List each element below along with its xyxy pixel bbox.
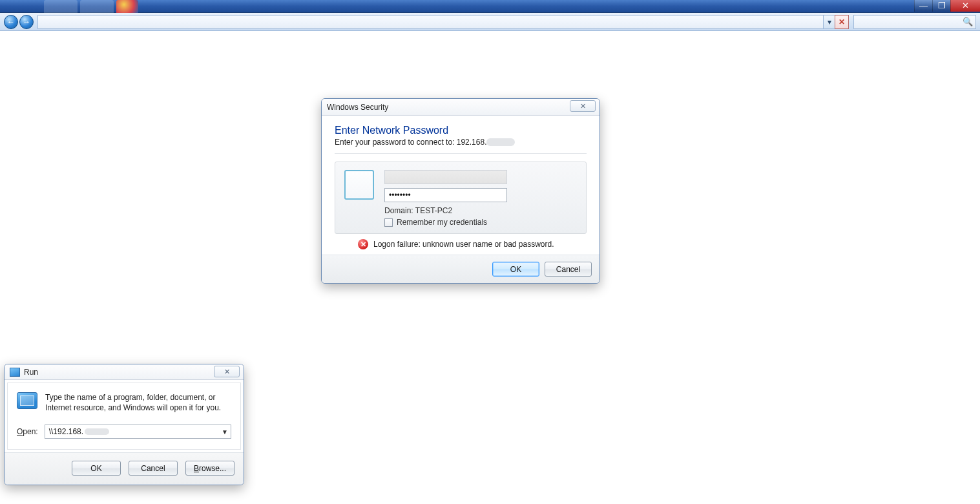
close-button[interactable]: ✕ — [950, 0, 980, 12]
nav-forward-button[interactable]: → — [19, 15, 34, 29]
domain-label: Domain: TEST-PC2 — [384, 206, 577, 215]
run-description: Type the name of a program, folder, docu… — [45, 392, 231, 413]
dialog-body: Type the name of a program, folder, docu… — [7, 383, 241, 450]
dialog-footer: OK Cancel — [322, 255, 599, 283]
cancel-button[interactable]: Cancel — [129, 461, 178, 476]
username-input[interactable] — [384, 170, 507, 184]
titlebar-thumb[interactable] — [44, 0, 78, 13]
address-bar[interactable]: ▾ ✕ — [37, 15, 835, 29]
open-value-prefix: \\192.168. — [49, 427, 83, 436]
credentials-fields: Domain: TEST-PC2 Remember my credentials — [384, 170, 577, 227]
chevron-down-icon[interactable]: ▼ — [222, 428, 228, 436]
ok-button[interactable]: OK — [492, 262, 539, 277]
minimize-button[interactable]: — — [914, 0, 932, 12]
dialog-footer: OK Cancel Browse... — [5, 452, 244, 485]
dialog-subtext: Enter your password to connect to: 192.1… — [335, 138, 587, 147]
redacted-ip-icon — [486, 138, 515, 146]
address-bar-content — [38, 16, 835, 28]
dialog-close-button[interactable]: ✕ — [570, 100, 596, 112]
remember-label: Remember my credentials — [397, 218, 487, 227]
windows-security-dialog: Windows Security ✕ Enter Network Passwor… — [321, 98, 600, 284]
remember-checkbox[interactable] — [384, 218, 393, 227]
titlebar-thumb[interactable] — [80, 0, 114, 13]
run-icon — [17, 392, 37, 409]
dialog-subtext-prefix: Enter your password to connect to: 192.1… — [335, 138, 486, 147]
open-label: Open: — [17, 427, 38, 436]
dialog-body: Enter Network Password Enter your passwo… — [322, 116, 599, 255]
credentials-box: Domain: TEST-PC2 Remember my credentials — [335, 162, 587, 234]
error-icon: ✕ — [358, 239, 368, 249]
user-avatar-icon — [344, 170, 374, 200]
ok-button[interactable]: OK — [72, 461, 121, 476]
password-input[interactable] — [384, 188, 507, 202]
error-text: Logon failure: unknown user name or bad … — [373, 240, 554, 249]
dialog-titlebar[interactable]: Run ✕ — [5, 364, 244, 380]
titlebar-tab-thumbs — [44, 0, 141, 13]
open-combobox[interactable]: \\192.168. ▼ — [45, 425, 231, 439]
window-titlebar: — ❐ ✕ — [0, 0, 980, 13]
address-dropdown-icon[interactable]: ▾ — [823, 16, 835, 28]
dialog-close-button[interactable]: ✕ — [214, 366, 240, 377]
search-icon: 🔍 — [963, 17, 973, 26]
redacted-ip-icon — [85, 428, 109, 435]
dialog-title: Run — [24, 368, 38, 377]
explorer-toolbar: ← → ▾ ✕ 🔍 — [0, 13, 980, 31]
separator — [335, 153, 587, 154]
error-row: ✕ Logon failure: unknown user name or ba… — [335, 239, 587, 249]
dialog-heading: Enter Network Password — [335, 125, 587, 136]
dialog-title: Windows Security — [327, 103, 388, 112]
maximize-button[interactable]: ❐ — [932, 0, 950, 12]
run-titlebar-icon — [10, 368, 20, 377]
nav-back-button[interactable]: ← — [4, 15, 18, 29]
run-dialog: Run ✕ Type the name of a program, folder… — [4, 364, 244, 485]
dialog-titlebar[interactable]: Windows Security ✕ — [322, 99, 599, 116]
remember-credentials-row[interactable]: Remember my credentials — [384, 218, 577, 227]
titlebar-thumb[interactable] — [116, 0, 138, 13]
address-stop-icon[interactable]: ✕ — [835, 15, 849, 29]
browse-button[interactable]: Browse... — [185, 461, 235, 476]
cancel-button[interactable]: Cancel — [545, 262, 592, 277]
window-buttons: — ❐ ✕ — [914, 0, 980, 12]
nav-buttons: ← → — [0, 15, 36, 29]
search-box[interactable]: 🔍 — [853, 15, 976, 29]
